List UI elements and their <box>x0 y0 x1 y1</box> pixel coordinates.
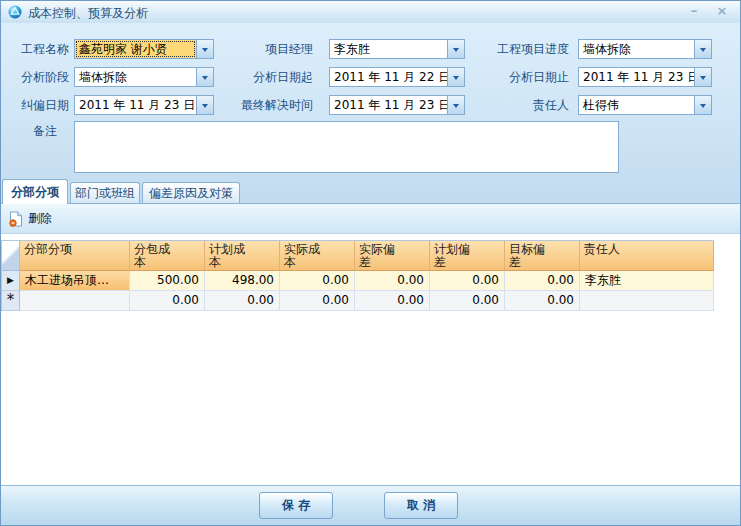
grid-cell[interactable]: 0.00 <box>355 291 430 311</box>
minimize-button[interactable]: – <box>684 3 704 20</box>
chevron-down-icon <box>453 104 459 111</box>
project-manager-label: 项目经理 <box>231 42 313 56</box>
final-resolution-time-label: 最终解决时间 <box>231 98 313 112</box>
correction-date-label: 纠偏日期 <box>1 98 69 112</box>
grid-cell[interactable]: 0.00 <box>430 291 505 311</box>
analysis-date-end-picker[interactable]: 2011 年 11 月 23 日 <box>578 67 712 87</box>
analysis-stage-label: 分析阶段 <box>1 70 69 84</box>
tab-strip: 分部分项 部门或班组 偏差原因及对策 <box>1 179 740 203</box>
row-selector[interactable]: * <box>2 291 20 311</box>
grid-cell[interactable] <box>20 291 130 311</box>
analysis-stage-value: 墙体拆除 <box>75 68 196 86</box>
responsible-person-label: 责任人 <box>461 98 569 112</box>
cancel-button[interactable]: 取 消 <box>384 492 458 519</box>
table-row-new: * 0.00 0.00 0.00 0.00 0.00 0.00 <box>2 291 714 311</box>
grid-cell[interactable]: 李东胜 <box>580 271 714 291</box>
grid-cell[interactable]: 0.00 <box>205 291 280 311</box>
grid-cell[interactable]: 木工进场吊顶… <box>20 271 130 291</box>
title-bar: 成本控制、预算及分析 – × <box>1 1 740 24</box>
correction-date-picker[interactable]: 2011 年 11 月 23 日 <box>74 95 214 115</box>
project-progress-label: 工程项目进度 <box>461 42 569 56</box>
table-row: ▶ 木工进场吊顶… 500.00 498.00 0.00 0.00 0.00 0… <box>2 271 714 291</box>
project-progress-dropdown-button[interactable] <box>694 40 711 58</box>
remark-label: 备注 <box>1 124 57 138</box>
grid-cell[interactable] <box>580 291 714 311</box>
project-manager-combobox[interactable]: 李东胜 <box>329 39 465 59</box>
grid-toolbar: 删除 <box>1 204 740 234</box>
project-progress-combobox[interactable]: 墙体拆除 <box>578 39 712 59</box>
project-name-label: 工程名称 <box>1 42 69 56</box>
grid-cell[interactable]: 0.00 <box>430 271 505 291</box>
chevron-down-icon <box>453 48 459 55</box>
chevron-down-icon <box>700 48 706 55</box>
responsible-person-dropdown-button[interactable] <box>694 96 711 114</box>
footer-bar: 保 存 取 消 <box>1 485 740 525</box>
chevron-down-icon <box>453 76 459 83</box>
analysis-date-end-dropdown-button[interactable] <box>694 68 711 86</box>
correction-date-value: 2011 年 11 月 23 日 <box>75 96 196 114</box>
analysis-date-end-label: 分析日期止 <box>461 70 569 84</box>
analysis-date-end-value: 2011 年 11 月 23 日 <box>579 68 694 86</box>
chevron-down-icon <box>202 76 208 83</box>
tab-deviation-cause[interactable]: 偏差原因及对策 <box>142 182 240 203</box>
column-header[interactable]: 实际成本 <box>280 241 355 271</box>
current-row-marker-icon: ▶ <box>7 275 14 285</box>
column-header[interactable]: 目标偏差 <box>505 241 580 271</box>
analysis-date-start-label: 分析日期起 <box>231 70 313 84</box>
grid-cell[interactable]: 0.00 <box>505 291 580 311</box>
analysis-date-start-value: 2011 年 11 月 22 日 <box>330 68 447 86</box>
dialog-window: 成本控制、预算及分析 – × 工程名称 鑫苑明家 谢小贤 项目经理 李东胜 工程… <box>0 0 741 526</box>
form-area: 工程名称 鑫苑明家 谢小贤 项目经理 李东胜 工程项目进度 墙体拆除 分析阶段 … <box>1 23 740 203</box>
grid-cell[interactable]: 500.00 <box>130 271 205 291</box>
grid-cell[interactable]: 498.00 <box>205 271 280 291</box>
grid-header-row: 分部分项 分包成本 计划成本 实际成本 实际偏差 计划偏差 目标偏差 责任人 <box>2 241 714 271</box>
close-button[interactable]: × <box>712 3 732 20</box>
chevron-down-icon <box>700 104 706 111</box>
window-title: 成本控制、预算及分析 <box>28 5 148 22</box>
responsible-person-value: 杜得伟 <box>579 96 694 114</box>
column-header[interactable]: 计划偏差 <box>430 241 505 271</box>
tab-department-or-team[interactable]: 部门或班组 <box>70 182 140 203</box>
grid-cell[interactable]: 0.00 <box>505 271 580 291</box>
chevron-down-icon <box>202 48 208 55</box>
responsible-person-combobox[interactable]: 杜得伟 <box>578 95 712 115</box>
select-all-corner-cell[interactable] <box>2 241 20 271</box>
analysis-stage-dropdown-button[interactable] <box>196 68 213 86</box>
column-header[interactable]: 责任人 <box>580 241 714 271</box>
row-selector[interactable]: ▶ <box>2 271 20 291</box>
column-header[interactable]: 分部分项 <box>20 241 130 271</box>
column-header[interactable]: 实际偏差 <box>355 241 430 271</box>
chevron-down-icon <box>202 104 208 111</box>
save-button[interactable]: 保 存 <box>259 492 333 519</box>
column-header[interactable]: 分包成本 <box>130 241 205 271</box>
delete-button[interactable]: 删除 <box>6 208 60 229</box>
delete-button-label: 删除 <box>28 210 52 227</box>
grid-cell[interactable]: 0.00 <box>280 271 355 291</box>
new-row-marker-icon: * <box>7 291 15 309</box>
delete-row-icon <box>9 211 23 227</box>
project-name-dropdown-button[interactable] <box>196 40 213 58</box>
data-grid: 分部分项 分包成本 计划成本 实际成本 实际偏差 计划偏差 目标偏差 责任人 ▶… <box>1 240 714 311</box>
column-header[interactable]: 计划成本 <box>205 241 280 271</box>
grid-cell[interactable]: 0.00 <box>355 271 430 291</box>
tab-subitem[interactable]: 分部分项 <box>2 179 68 204</box>
project-manager-value: 李东胜 <box>330 40 447 58</box>
chevron-down-icon <box>700 76 706 83</box>
project-name-combobox[interactable]: 鑫苑明家 谢小贤 <box>74 39 214 59</box>
tab-page: 删除 分部分项 分包成本 计划成本 实际成本 实际偏差 计划偏差 目标偏差 责任… <box>1 203 740 486</box>
analysis-date-start-picker[interactable]: 2011 年 11 月 22 日 <box>329 67 465 87</box>
remark-textarea[interactable] <box>74 121 619 173</box>
correction-date-dropdown-button[interactable] <box>196 96 213 114</box>
grid-cell[interactable]: 0.00 <box>130 291 205 311</box>
project-name-value: 鑫苑明家 谢小贤 <box>75 40 196 58</box>
project-progress-value: 墙体拆除 <box>579 40 694 58</box>
analysis-stage-combobox[interactable]: 墙体拆除 <box>74 67 214 87</box>
app-logo-icon <box>8 5 22 19</box>
final-resolution-time-picker[interactable]: 2011 年 11 月 23 日 <box>329 95 465 115</box>
grid-cell[interactable]: 0.00 <box>280 291 355 311</box>
final-resolution-time-value: 2011 年 11 月 23 日 <box>330 96 447 114</box>
